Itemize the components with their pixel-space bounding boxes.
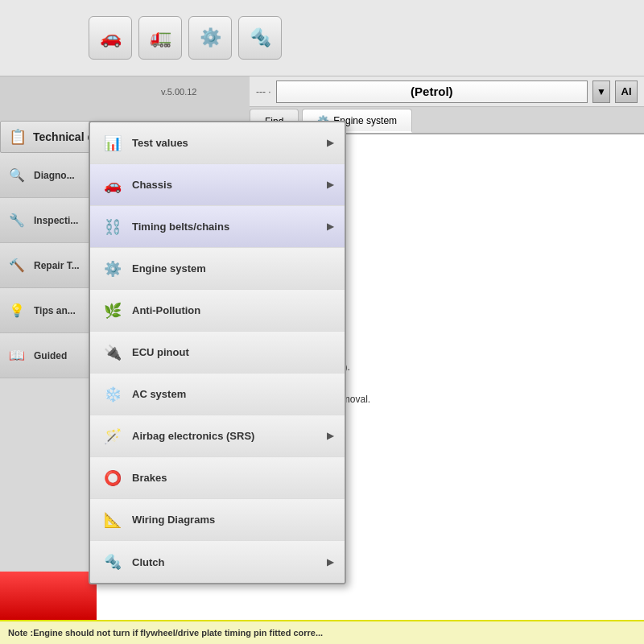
wiring-icon: 📐	[101, 509, 124, 531]
menu-item-wiring[interactable]: 📐 Wiring Diagrams	[90, 499, 345, 541]
test-values-arrow: ▶	[327, 138, 333, 148]
dropdown-menu: 📊 Test values ▶ 🚗 Chassis ▶ ⛓️ Timing be…	[89, 121, 346, 584]
menu-item-test-values[interactable]: 📊 Test values ▶	[90, 122, 345, 164]
guided-icon: 📖	[6, 345, 27, 366]
airbag-icon: 🪄	[101, 425, 124, 448]
version-label: v.5.00.12	[161, 87, 196, 97]
menu-item-brakes[interactable]: ⭕ Brakes	[90, 457, 345, 499]
bottom-note: Note :Engine should not turn if flywheel…	[0, 620, 644, 644]
toolbar-btn-transmission[interactable]: 🔩	[238, 16, 282, 60]
menu-item-engine-label: Engine system	[132, 262, 206, 275]
dropdown-bar: --- · (Petrol) ▼ Al	[250, 76, 644, 107]
sidebar-item-inspecti-label: Inspecti...	[34, 215, 78, 226]
menu-item-ac[interactable]: ❄️ AC system	[90, 374, 345, 415]
chassis-icon: 🚗	[101, 174, 124, 196]
tips-icon: 💡	[6, 300, 27, 321]
menu-item-airbag-label: Airbag electronics (SRS)	[132, 430, 254, 442]
sidebar: 🔍 Diagno... 🔧 Inspecti... 🔨 Repair T... …	[0, 121, 97, 644]
menu-item-timing[interactable]: ⛓️ Timing belts/chains ▶	[90, 206, 345, 248]
menu-item-test-values-label: Test values	[132, 137, 188, 149]
clutch-arrow: ▶	[327, 557, 333, 568]
top-toolbar: 🚗 🚛 ⚙️ 🔩	[0, 0, 644, 76]
menu-item-clutch[interactable]: 🔩 Clutch ▶	[90, 541, 345, 583]
diagno-icon: 🔍	[6, 165, 27, 186]
tech-data-icon: 📋	[9, 128, 27, 146]
dropdown-arrow-btn[interactable]: ▼	[592, 80, 610, 103]
toolbar-btn-engine[interactable]: ⚙️	[188, 16, 232, 60]
menu-item-brakes-label: Brakes	[132, 472, 167, 484]
menu-item-timing-label: Timing belts/chains	[132, 221, 229, 233]
sidebar-item-repair-label: Repair T...	[34, 260, 80, 271]
engine-system-menu-icon: ⚙️	[101, 258, 124, 280]
sidebar-item-guided-label: Guided	[34, 350, 67, 361]
menu-item-ecu[interactable]: 🔌 ECU pinout	[90, 332, 345, 374]
sidebar-item-diagno[interactable]: 🔍 Diagno...	[0, 153, 95, 198]
ecu-icon: 🔌	[101, 341, 124, 364]
ac-icon: ❄️	[101, 383, 124, 406]
menu-item-anti-pollution[interactable]: 🌿 Anti-Pollution	[90, 290, 345, 332]
menu-item-airbag[interactable]: 🪄 Airbag electronics (SRS) ▶	[90, 415, 345, 457]
airbag-arrow: ▶	[327, 431, 333, 441]
menu-item-chassis[interactable]: 🚗 Chassis ▶	[90, 164, 345, 206]
sidebar-item-repair[interactable]: 🔨 Repair T...	[0, 243, 95, 288]
sidebar-item-tips[interactable]: 💡 Tips an...	[0, 288, 95, 333]
toolbar-icons: 🚗 🚛 ⚙️ 🔩	[89, 16, 282, 60]
menu-item-anti-pollution-label: Anti-Pollution	[132, 304, 200, 316]
al-button[interactable]: Al	[615, 80, 638, 103]
timing-icon: ⛓️	[101, 216, 124, 238]
sidebar-item-inspecti[interactable]: 🔧 Inspecti...	[0, 198, 95, 243]
sidebar-item-guided[interactable]: 📖 Guided	[0, 333, 95, 378]
menu-item-wiring-label: Wiring Diagrams	[132, 514, 215, 526]
timing-arrow: ▶	[327, 221, 333, 232]
brakes-icon: ⭕	[101, 467, 124, 489]
repair-icon: 🔨	[6, 255, 27, 276]
test-values-icon: 📊	[101, 132, 124, 155]
inspecti-icon: 🔧	[6, 210, 27, 231]
sidebar-item-diagno-label: Diagno...	[34, 170, 75, 181]
bottom-note-text: Note :Engine should not turn if flywheel…	[8, 628, 323, 638]
dropdown-label: (Petrol)	[411, 85, 453, 98]
chassis-arrow: ▶	[327, 180, 333, 190]
petrol-dropdown[interactable]: (Petrol)	[276, 80, 588, 103]
anti-pollution-icon: 🌿	[101, 299, 124, 322]
menu-item-clutch-label: Clutch	[132, 556, 164, 568]
menu-item-ecu-label: ECU pinout	[132, 346, 189, 358]
toolbar-btn-truck[interactable]: 🚛	[138, 16, 182, 60]
clutch-icon: 🔩	[101, 551, 124, 573]
dropdown-prefix: --- ·	[256, 86, 271, 97]
menu-item-engine-system[interactable]: ⚙️ Engine system	[90, 248, 345, 290]
red-accent	[0, 572, 97, 620]
toolbar-btn-car[interactable]: 🚗	[89, 16, 132, 60]
menu-item-ac-label: AC system	[132, 388, 186, 400]
sidebar-item-tips-label: Tips an...	[34, 305, 76, 316]
menu-item-chassis-label: Chassis	[132, 179, 172, 191]
